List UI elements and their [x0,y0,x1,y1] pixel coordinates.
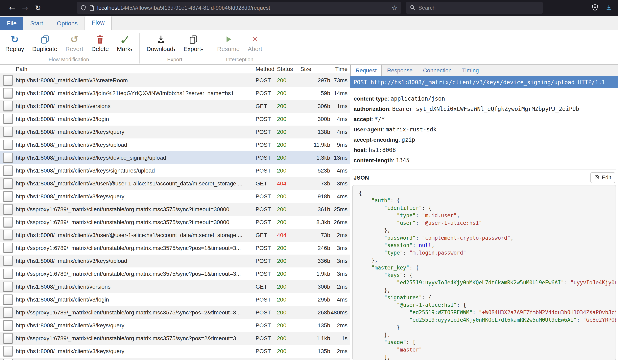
flow-marker-box[interactable] [3,114,13,124]
json-punct [359,205,384,211]
request-header[interactable]: accept-encoding: gzip [354,135,615,145]
flow-marker-box[interactable] [3,307,13,318]
request-body-json[interactable]: { "auth": { "identifier": { "type": "m.i… [352,185,616,360]
column-header-path[interactable]: Path [16,66,255,72]
flow-marker-box[interactable] [3,217,13,228]
flow-marker-box[interactable] [3,75,13,86]
json-line: "signatures": { [359,294,616,301]
request-header[interactable]: user-agent: matrix-rust-sdk [354,124,615,135]
flow-row[interactable]: http://hs1:8008/_matrix/client/v3/keys/q… [0,319,350,332]
flow-marker-box[interactable] [3,166,13,176]
tracking-shield-icon[interactable] [80,5,86,11]
replay-button[interactable]: ↻ Replay [1,32,28,54]
request-header[interactable]: accept: */* [354,114,615,124]
request-first-line[interactable]: POST http://hs1:8008/_matrix/client/v3/k… [350,76,618,88]
mark-button[interactable]: Mark▾ [113,32,136,54]
column-header-time[interactable]: Time [330,66,350,72]
flow-row[interactable]: http://hs1:8008/_matrix/client/v3/keys/q… [0,126,350,139]
column-header-method[interactable]: Method [255,66,277,72]
flow-marker-box[interactable] [3,178,13,189]
request-header[interactable]: host: hs1:8008 [354,145,615,155]
flow-row[interactable]: http://hs1:8008/_matrix/client/v3/join/%… [0,87,350,100]
flow-row[interactable]: http://hs1:8008/_matrix/client/v3/create… [0,74,350,87]
flow-cell-time: 4ms [330,168,350,174]
json-key: "password" [384,235,416,241]
column-header-status[interactable]: Status [277,66,295,72]
tab-connection[interactable]: Connection [418,65,457,76]
request-header[interactable]: content-length: 1345 [354,155,615,166]
edit-button[interactable]: Edit [590,172,615,183]
flow-marker-box[interactable] [3,333,13,344]
header-colon: : [398,137,402,143]
flow-row[interactable]: http://hs1:8008/_matrix/client/v3/user/@… [0,177,350,190]
flow-marker-box[interactable] [3,140,13,150]
flow-row[interactable]: http://ssproxy1:6789/_matrix/client/unst… [0,216,350,229]
abort-button[interactable]: ✕ Abort [244,32,266,54]
delete-button[interactable]: Delete [87,32,113,54]
header-value: Bearer syt_dXNlci0xLWFsaWNl_eQfgkZywoiMg… [392,106,579,112]
address-bar[interactable]: localhost:1445/#/flows/fba5f13d-91e1-437… [77,2,401,14]
export-button[interactable]: Export▾ [179,32,207,54]
download-button[interactable]: Download▾ [142,32,179,54]
flow-row[interactable]: http://hs1:8008/_matrix/client/v3/keys/s… [0,164,350,177]
flow-marker-box[interactable] [3,359,13,360]
flow-marker-box[interactable] [3,282,13,292]
header-value: hs1:8008 [369,147,396,153]
menu-tab-start[interactable]: Start [23,17,50,30]
flow-row[interactable]: http://hs1:8008/_matrix/client/v3/keys/q… [0,345,350,358]
flow-row[interactable]: http://ssproxy1:6789/_matrix/client/unst… [0,306,350,319]
flow-row[interactable]: http://ssproxy1:6789/_matrix/client/unst… [0,242,350,255]
flow-marker-box[interactable] [3,346,13,357]
forward-icon[interactable]: → [19,4,31,12]
menu-tab-options[interactable]: Options [50,17,84,30]
menu-tab-file[interactable]: File [0,17,23,30]
extension-shield-icon[interactable] [592,4,598,12]
flow-row[interactable]: http://hs1:8008/_matrix/client/versionsG… [0,280,350,293]
flow-row[interactable]: http://hs1:8008/_matrix/client/v3/keys/u… [0,255,350,267]
flow-row[interactable]: http://ssproxy1:6789/_matrix/client/unst… [0,203,350,216]
tab-response[interactable]: Response [382,65,418,76]
resume-button[interactable]: Resume [213,32,244,54]
flow-row[interactable]: http://hs1:8008/_matrix/client/v3/keys/q… [0,190,350,203]
flow-row[interactable]: http://ssproxy1:6789/_matrix/client/unst… [0,332,350,345]
flow-marker-box[interactable] [3,101,13,111]
flow-marker-box[interactable] [3,153,13,163]
flow-marker-box[interactable] [3,269,13,279]
request-header[interactable]: authorization: Bearer syt_dXNlci0xLWFsaW… [354,104,615,114]
flow-cell-status: 200 [277,245,295,251]
flow-marker-box[interactable] [3,127,13,137]
flow-marker-box[interactable] [3,320,13,331]
page-info-icon[interactable] [89,5,94,11]
back-icon[interactable]: ← [6,4,19,12]
downloads-icon[interactable] [605,4,612,12]
flow-row[interactable]: http://hs1:8008/_matrix/client/v3/keys/u… [0,139,350,151]
menu-tab-flow[interactable]: Flow [84,16,112,30]
flow-row[interactable]: http://ssproxy1:6789/_matrix/client/unst… [0,267,350,280]
flow-marker-box[interactable] [3,256,13,266]
column-header-size[interactable]: Size [295,66,330,72]
revert-button[interactable]: ↺ Revert [61,32,87,54]
flow-row[interactable]: http://hs1:8008/_matrix/client/v3/keys/d… [0,151,350,164]
flow-row[interactable] [0,358,350,360]
flow-marker-box[interactable] [3,204,13,215]
duplicate-button[interactable]: Duplicate [28,32,61,54]
bookmark-star-icon[interactable]: ☆ [392,4,398,12]
flow-row[interactable]: http://hs1:8008/_matrix/client/v3/loginP… [0,293,350,306]
flow-cell-method: POST [255,219,277,225]
flow-row[interactable]: http://hs1:8008/_matrix/client/v3/user/@… [0,229,350,242]
flow-marker-box[interactable] [3,230,13,240]
tab-timing[interactable]: Timing [457,65,484,76]
reload-icon[interactable]: ↻ [31,4,44,12]
flow-cell-method: GET [255,103,277,109]
flow-marker-box[interactable] [3,295,13,305]
flow-marker-cell [0,295,16,305]
flow-row[interactable]: http://hs1:8008/_matrix/client/v3/loginP… [0,113,350,126]
flow-cell-path: http://hs1:8008/_matrix/client/v3/keys/u… [16,258,255,264]
tab-request[interactable]: Request [350,65,382,76]
request-header[interactable]: content-type: application/json [354,93,615,104]
flow-row[interactable]: http://hs1:8008/_matrix/client/versionsG… [0,100,350,113]
browser-search-bar[interactable]: Search [406,2,543,14]
flow-marker-box[interactable] [3,88,13,99]
flow-marker-box[interactable] [3,243,13,253]
flow-marker-box[interactable] [3,191,13,202]
